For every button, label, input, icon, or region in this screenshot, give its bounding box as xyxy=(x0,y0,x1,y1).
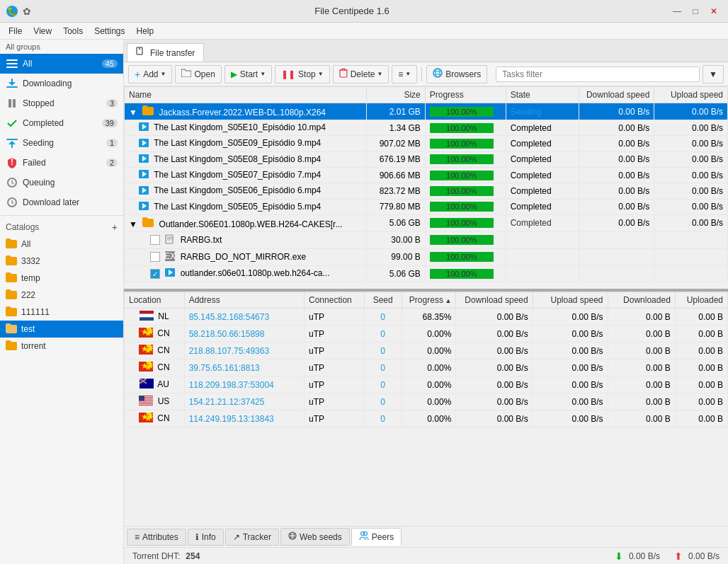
catalogs-label: Catalogs xyxy=(6,222,39,232)
peers-col-downloaded[interactable]: Downloaded xyxy=(608,292,675,309)
peer-address: 118.209.198.37:53004 xyxy=(184,376,304,393)
list-item[interactable]: ★★★★★ CN 114.249.195.13:13843 uTP 0 0.00… xyxy=(125,410,728,427)
row-dlspeed: 0.00 B/s xyxy=(579,136,654,151)
row-size: 907.02 MB xyxy=(366,136,425,151)
menu-view[interactable]: View xyxy=(28,25,57,38)
folder-icon xyxy=(142,108,154,117)
sidebar-item-seeding[interactable]: Seeding 1 xyxy=(0,133,123,153)
catalog-item-temp[interactable]: temp xyxy=(0,270,123,287)
col-progress-header[interactable]: Progress xyxy=(425,87,506,103)
peer-progress: 68.35% xyxy=(402,309,456,326)
delete-button[interactable]: Delete ▼ xyxy=(333,65,389,84)
close-button[interactable]: ✕ xyxy=(705,4,722,18)
svg-text:!: ! xyxy=(11,157,13,167)
peers-col-dlspeed[interactable]: Download speed xyxy=(456,292,533,309)
catalog-item-torrent[interactable]: torrent xyxy=(0,338,123,355)
table-row[interactable]: EX RARBG_DO_NOT_MIRROR.exe 99.00 B 100.0… xyxy=(125,248,728,265)
table-row[interactable]: The Last Kingdom_S05E08_Episódio 8.mp4 6… xyxy=(125,151,728,167)
checkbox[interactable] xyxy=(150,235,160,245)
peers-col-ulspeed[interactable]: Upload speed xyxy=(533,292,608,309)
table-row[interactable]: The Last Kingdom_S05E07_Episódio 7.mp4 9… xyxy=(125,167,728,183)
bottom-table-container[interactable]: Location Address Connection Seed Progres… xyxy=(124,292,728,526)
sidebar-item-stopped-label: Stopped xyxy=(23,98,106,108)
peers-col-connection[interactable]: Connection xyxy=(305,292,365,309)
sidebar-item-queuing[interactable]: Queuing xyxy=(0,173,123,192)
peers-col-address[interactable]: Address xyxy=(184,292,304,309)
list-item[interactable]: AU 118.209.198.37:53004 uTP 0 0.00% 0.00… xyxy=(125,376,728,393)
menu-tools[interactable]: Tools xyxy=(57,25,89,38)
table-row[interactable]: ▼ Outlander.S06E01.1080p.WEB.H264-CAKES[… xyxy=(125,214,728,231)
peers-col-seed[interactable]: Seed xyxy=(364,292,402,309)
menu-file[interactable]: File xyxy=(3,25,28,38)
add-catalog-button[interactable]: + xyxy=(112,221,118,233)
list-item[interactable]: ★★★★★ CN 39.75.65.161:8813 uTP 0 0.00% 0… xyxy=(125,359,728,376)
list-item[interactable]: ★★★★★ CN 58.218.50.66:15898 uTP 0 0.00% … xyxy=(125,326,728,343)
catalog-item-3332[interactable]: 3332 xyxy=(0,253,123,270)
menu-settings[interactable]: Settings xyxy=(89,25,130,38)
sidebar-item-all[interactable]: All 45 xyxy=(0,54,123,74)
tab-file-transfer[interactable]: File transfer xyxy=(127,43,204,62)
peers-col-uploaded[interactable]: Uploaded xyxy=(675,292,727,309)
peers-col-progress[interactable]: Progress xyxy=(402,292,456,309)
browsers-button[interactable]: Browsers xyxy=(426,65,487,84)
peers-table-body: NL 85.145.82.168:54673 uTP 0 68.35% 0.00… xyxy=(125,309,728,427)
peer-ulspeed: 0.00 B/s xyxy=(533,376,608,393)
table-row[interactable]: ✓ outlander.s06e01.1080p.web.h264-ca... … xyxy=(125,265,728,281)
col-dlspeed-header[interactable]: Download speed xyxy=(579,87,654,103)
list-item[interactable]: NL 85.145.82.168:54673 uTP 0 68.35% 0.00… xyxy=(125,309,728,326)
minimize-button[interactable]: ― xyxy=(669,4,686,18)
tab-peers-label: Peers xyxy=(372,532,394,542)
expand-arrow[interactable]: ▼ xyxy=(129,108,137,117)
catalog-item-222[interactable]: 222 xyxy=(0,287,123,304)
table-row[interactable]: RARBG.txt 30.00 B 100.00% xyxy=(125,231,728,248)
list-item[interactable]: US 154.21.21.12:37425 uTP 0 0.00% 0.00 B… xyxy=(125,393,728,410)
expand-arrow[interactable]: ▼ xyxy=(129,219,137,229)
sidebar-item-completed[interactable]: Completed 39 xyxy=(0,113,123,133)
menu-help[interactable]: Help xyxy=(131,25,160,38)
table-row[interactable]: The Last Kingdom_S05E06_Episódio 6.mp4 8… xyxy=(125,183,728,199)
col-state-header[interactable]: State xyxy=(506,87,579,103)
peer-uploaded: 0.00 B xyxy=(675,376,727,393)
checkbox[interactable]: ✓ xyxy=(150,269,160,279)
svg-point-14 xyxy=(433,69,442,77)
tab-info[interactable]: ℹ Info xyxy=(188,529,224,546)
catalog-item-all[interactable]: All xyxy=(0,236,123,253)
peers-col-location[interactable]: Location xyxy=(125,292,185,309)
sidebar-item-failed[interactable]: ! Failed 2 xyxy=(0,153,123,173)
peer-downloaded: 0.00 B xyxy=(608,410,675,427)
col-size-header[interactable]: Size xyxy=(366,87,425,103)
catalog-item-111111[interactable]: 111111 xyxy=(0,304,123,321)
filter-dropdown-button[interactable]: ▼ xyxy=(703,65,724,84)
stop-button[interactable]: ❚❚ Stop ▼ xyxy=(275,65,330,84)
more-button[interactable]: ≡ ▼ xyxy=(392,65,417,84)
tab-tracker[interactable]: ↗ Tracker xyxy=(225,529,279,546)
table-row[interactable]: ▼ Jackass.Forever.2022.WEB-DL.1080p.X264… xyxy=(125,103,728,120)
open-button[interactable]: Open xyxy=(175,65,221,84)
col-name-header[interactable]: Name xyxy=(125,87,367,103)
table-row[interactable]: The Last Kingdom_S05E05_Episódio 5.mp4 7… xyxy=(125,199,728,214)
checkbox[interactable] xyxy=(150,252,160,262)
peer-ulspeed: 0.00 B/s xyxy=(533,359,608,376)
tab-web-seeds[interactable]: Web seeds xyxy=(280,528,350,546)
table-row[interactable]: The Last Kingdom_S05E10_Episódio 10.mp4 … xyxy=(125,120,728,136)
tab-peers[interactable]: Peers xyxy=(351,528,402,546)
row-progress: 100.00% xyxy=(425,183,506,199)
statusbar: Torrent DHT: 254 ⬇ 0.00 B/s ⬆ 0.00 B/s xyxy=(124,547,728,564)
maximize-button[interactable]: □ xyxy=(687,4,704,18)
catalog-item-test[interactable]: test xyxy=(0,321,123,338)
ul-arrow-icon: ⬆ xyxy=(674,551,683,562)
sidebar-item-seeding-label: Seeding xyxy=(23,138,106,148)
tasks-filter-input[interactable] xyxy=(496,67,700,82)
tab-attributes[interactable]: ≡ Attributes xyxy=(127,529,186,546)
start-button[interactable]: ▶ Start ▼ xyxy=(224,65,272,84)
add-button[interactable]: + Add ▼ xyxy=(128,65,172,84)
list-item[interactable]: ★★★★★ CN 218.88.107.75:49363 uTP 0 0.00%… xyxy=(125,343,728,359)
table-row[interactable]: The Last Kingdom_S05E09_Episódio 9.mp4 9… xyxy=(125,136,728,151)
top-table-container[interactable]: Name Size Progress State Download speed … xyxy=(124,86,728,292)
col-ulspeed-header[interactable]: Upload speed xyxy=(654,87,728,103)
sidebar-item-downloading[interactable]: Downloading xyxy=(0,74,123,93)
catalog-folder-icon xyxy=(6,272,17,284)
sidebar-item-download-later[interactable]: Download later xyxy=(0,192,123,212)
tab-attributes-label: Attributes xyxy=(142,532,178,542)
sidebar-item-stopped[interactable]: Stopped 3 xyxy=(0,93,123,113)
